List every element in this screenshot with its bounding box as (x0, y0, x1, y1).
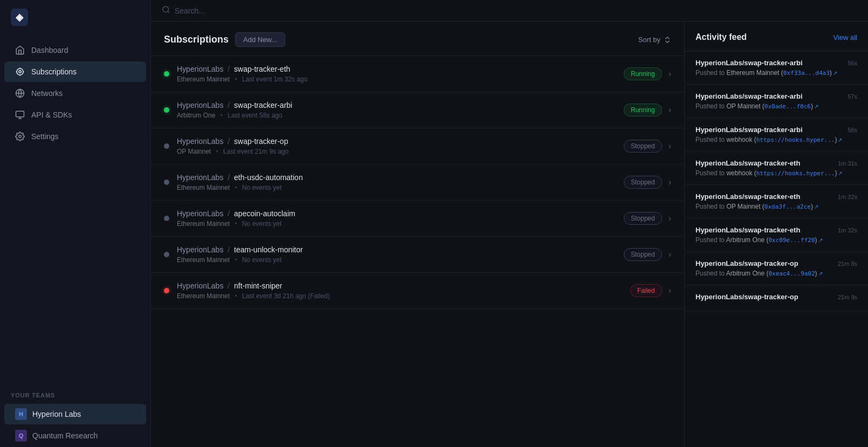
activity-item[interactable]: HyperionLabs/swap-tracker-eth 1m 32s Pus… (685, 218, 868, 252)
activity-item-desc: Pushed to webhook (https://hooks.hyper..… (695, 169, 857, 177)
activity-item[interactable]: HyperionLabs/swap-tracker-arbi 57s Pushe… (685, 85, 868, 118)
team-name-quantum: Quantum Research (32, 431, 98, 440)
subscription-row[interactable]: HyperionLabs / eth-usdc-automation Ether… (151, 164, 684, 201)
subscription-meta: OP Mainnet • Last event 21m 9s ago (177, 148, 624, 155)
main-content: Subscriptions Add New... Sort by Hyperio… (151, 0, 868, 447)
activity-item-name: HyperionLabs/swap-tracker-arbi (695, 126, 803, 134)
activity-item-time: 21m 9s (838, 294, 857, 300)
networks-icon (15, 88, 25, 98)
search-input[interactable] (175, 6, 857, 15)
activity-item-name: HyperionLabs/swap-tracker-eth (695, 192, 800, 201)
sidebar-item-networks[interactable]: Networks (4, 83, 146, 104)
status-badge: Stopped (624, 176, 662, 189)
sidebar-item-api-sdks[interactable]: API & SDKs (4, 105, 146, 125)
activity-item-desc: Pushed to OP Mainnet (0xda3f...a2ce)↗ (695, 203, 857, 210)
activity-item[interactable]: HyperionLabs/swap-tracker-arbi 58s Pushe… (685, 118, 868, 152)
activity-item-time: 1m 32s (838, 227, 857, 233)
chevron-right-icon: › (669, 69, 671, 79)
chevron-right-icon: › (669, 286, 671, 295)
search-bar (151, 0, 868, 22)
subscription-meta: Ethereum Mainnet • No events yet (177, 184, 624, 191)
activity-item[interactable]: HyperionLabs/swap-tracker-op 21m 9s (685, 285, 868, 311)
subscription-name: HyperionLabs / swap-tracker-arbi (177, 101, 624, 109)
subscription-row[interactable]: HyperionLabs / swap-tracker-arbi Arbitru… (151, 92, 684, 128)
activity-panel: Activity feed View all HyperionLabs/swap… (685, 22, 868, 447)
activity-item-name: HyperionLabs/swap-tracker-op (695, 293, 798, 301)
chevron-right-icon: › (669, 177, 671, 187)
activity-item[interactable]: HyperionLabs/swap-tracker-op 21m 8s Push… (685, 252, 868, 285)
subscription-meta: Arbitrum One • Last event 58s ago (177, 112, 624, 119)
sidebar-item-dashboard[interactable]: Dashboard (4, 40, 146, 60)
sidebar-item-label: Networks (31, 89, 63, 98)
status-badge: Running (624, 104, 662, 116)
status-badge: Stopped (624, 248, 662, 261)
team-item-quantum[interactable]: Q Quantum Research (4, 425, 146, 446)
app-logo: ◈ (0, 0, 150, 35)
svg-point-14 (163, 6, 169, 12)
add-new-button[interactable]: Add New... (235, 32, 285, 47)
subscription-info: HyperionLabs / swap-tracker-op OP Mainne… (177, 137, 624, 155)
status-dot (164, 216, 169, 221)
svg-point-2 (17, 68, 23, 75)
svg-text:◈: ◈ (15, 12, 24, 23)
subscription-row[interactable]: HyperionLabs / swap-tracker-op OP Mainne… (151, 128, 684, 164)
sort-by[interactable]: Sort by (638, 36, 671, 44)
subscription-info: HyperionLabs / nft-mint-sniper Ethereum … (177, 281, 630, 300)
chevron-right-icon: › (669, 105, 671, 115)
activity-item[interactable]: HyperionLabs/swap-tracker-eth 1m 32s Pus… (685, 185, 868, 218)
chevron-right-icon: › (669, 250, 671, 259)
sidebar-nav: Dashboard Subscriptions (0, 35, 150, 383)
activity-item-name: HyperionLabs/swap-tracker-arbi (695, 59, 803, 67)
activity-item-time: 1m 32s (838, 194, 857, 200)
sidebar-item-subscriptions[interactable]: Subscriptions (4, 61, 146, 82)
subscription-meta: Ethereum Mainnet • Last event 3d 21h ago… (177, 292, 630, 300)
team-item-hyperion[interactable]: H Hyperion Labs (4, 404, 146, 424)
search-icon (162, 5, 170, 16)
activity-item-desc: Pushed to Arbitrum One (0xeac4...9a02)↗ (695, 270, 857, 277)
panel-title: Subscriptions Add New... (164, 32, 285, 47)
subscription-info: HyperionLabs / eth-usdc-automation Ether… (177, 173, 624, 191)
subscription-name: HyperionLabs / swap-tracker-op (177, 137, 624, 146)
activity-item[interactable]: HyperionLabs/swap-tracker-arbi 56s Pushe… (685, 51, 868, 85)
svg-line-15 (168, 11, 169, 13)
team-avatar-hyperion: H (15, 408, 27, 420)
subscription-meta: Ethereum Mainnet • Last event 1m 32s ago (177, 75, 624, 83)
subscription-name: HyperionLabs / team-unlock-monitor (177, 245, 624, 254)
activity-item[interactable]: HyperionLabs/swap-tracker-eth 1m 31s Pus… (685, 152, 868, 185)
teams-label: Your teams (0, 383, 150, 403)
activity-item-name: HyperionLabs/swap-tracker-eth (695, 226, 800, 234)
status-badge: Failed (630, 284, 662, 297)
status-badge: Stopped (624, 140, 662, 153)
activity-list: HyperionLabs/swap-tracker-arbi 56s Pushe… (685, 51, 868, 311)
status-dot (164, 71, 169, 77)
activity-item-time: 57s (848, 93, 857, 100)
subscription-row[interactable]: HyperionLabs / swap-tracker-eth Ethereum… (151, 56, 684, 92)
subscription-info: HyperionLabs / team-unlock-monitor Ether… (177, 245, 624, 264)
activity-item-desc: Pushed to OP Mainnet (0x0ade...f0c6)↗ (695, 102, 857, 110)
subscription-meta: Ethereum Mainnet • No events yet (177, 256, 624, 264)
sidebar-item-label: Dashboard (31, 46, 68, 54)
sort-icon (664, 36, 671, 44)
activity-item-desc: Pushed to webhook (https://hooks.hyper..… (695, 136, 857, 143)
subscription-row[interactable]: HyperionLabs / apecoin-autoclaim Ethereu… (151, 201, 684, 237)
view-all-link[interactable]: View all (833, 33, 857, 42)
activity-feed-title: Activity feed (695, 32, 747, 42)
sidebar: ◈ Dashboard (0, 0, 151, 447)
sidebar-item-label: Settings (31, 132, 59, 141)
svg-point-13 (19, 135, 22, 138)
subscriptions-list: HyperionLabs / swap-tracker-eth Ethereum… (151, 56, 684, 309)
subscription-row[interactable]: HyperionLabs / team-unlock-monitor Ether… (151, 237, 684, 273)
activity-item-time: 1m 31s (838, 160, 857, 167)
sidebar-item-settings[interactable]: Settings (4, 126, 146, 147)
activity-item-time: 21m 8s (838, 260, 857, 267)
activity-item-desc: Pushed to Ethereum Mainnet (0xf33a...d4a… (695, 69, 857, 77)
subscriptions-icon (15, 67, 25, 77)
subscription-row[interactable]: HyperionLabs / nft-mint-sniper Ethereum … (151, 273, 684, 309)
subscriptions-panel: Subscriptions Add New... Sort by Hyperio… (151, 22, 685, 447)
subscriptions-header: Subscriptions Add New... Sort by (151, 22, 684, 56)
status-dot (164, 107, 169, 113)
activity-item-time: 58s (848, 127, 857, 133)
home-icon (15, 45, 25, 55)
svg-point-3 (19, 71, 22, 73)
team-name-hyperion: Hyperion Labs (32, 410, 81, 418)
